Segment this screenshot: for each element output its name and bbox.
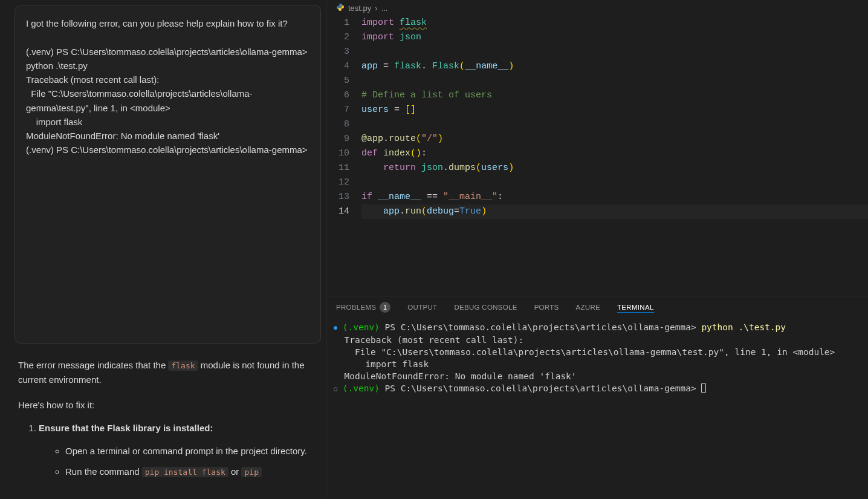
tab-output[interactable]: OUTPUT (407, 304, 437, 311)
response-how: Here's how to fix it: (18, 398, 317, 413)
terminal-line: ○ (.venv) PS C:\Users\tommaso.colella\pr… (334, 382, 861, 395)
terminal-line: Traceback (most recent call last): (334, 334, 861, 346)
user-message-text: I got the following error, can you pleas… (26, 16, 309, 157)
tab-ports[interactable]: PORTS (534, 304, 559, 311)
terminal-line: File "C:\Users\tommaso.colella\projects\… (334, 346, 861, 358)
chat-panel: I got the following error, can you pleas… (0, 0, 326, 499)
editor-panel: test.py › ... 1234567891011121314 import… (326, 0, 868, 499)
tab-problems[interactable]: PROBLEMS 1 (336, 302, 390, 313)
terminal-cursor (701, 383, 706, 393)
response-intro: The error message indicates that the fla… (18, 358, 317, 387)
prompt-dot-filled-icon: ● (334, 324, 337, 331)
tab-terminal[interactable]: TERMINAL (617, 304, 654, 313)
breadcrumb-more[interactable]: ... (381, 4, 388, 13)
breadcrumb-file[interactable]: test.py (348, 4, 371, 13)
assistant-response: The error message indicates that the fla… (15, 358, 321, 479)
inline-code-pip-install: pip install flask (142, 467, 228, 477)
tab-debug-console[interactable]: DEBUG CONSOLE (454, 304, 517, 311)
breadcrumb[interactable]: test.py › ... (326, 0, 868, 16)
line-gutter: 1234567891011121314 (326, 16, 361, 296)
terminal-line: ● (.venv) PS C:\Users\tommaso.colella\pr… (334, 321, 861, 334)
terminal-line: import flask (334, 358, 861, 370)
python-file-icon (336, 3, 345, 13)
terminal-line: ModuleNotFoundError: No module named 'fl… (334, 370, 861, 382)
breadcrumb-sep: › (375, 4, 377, 13)
inline-code-flask: flask (168, 360, 198, 371)
step-1b: Run the command pip install flask or pip (65, 465, 317, 479)
user-message-block[interactable]: I got the following error, can you pleas… (15, 5, 321, 344)
tab-azure[interactable]: AZURE (576, 304, 600, 311)
terminal-output[interactable]: ● (.venv) PS C:\Users\tommaso.colella\pr… (326, 318, 868, 499)
step-1: Ensure that the Flask library is install… (39, 421, 317, 479)
code-editor[interactable]: 1234567891011121314 import flaskimport j… (326, 16, 868, 296)
step-1a: Open a terminal or command prompt in the… (65, 444, 317, 458)
inline-code-pip: pip (241, 467, 261, 477)
panel-tabs: PROBLEMS 1 OUTPUT DEBUG CONSOLE PORTS AZ… (326, 296, 868, 318)
prompt-dot-empty-icon: ○ (334, 385, 337, 392)
code-content[interactable]: import flaskimport json app = flask. Fla… (361, 16, 868, 296)
problems-badge: 1 (380, 302, 390, 313)
